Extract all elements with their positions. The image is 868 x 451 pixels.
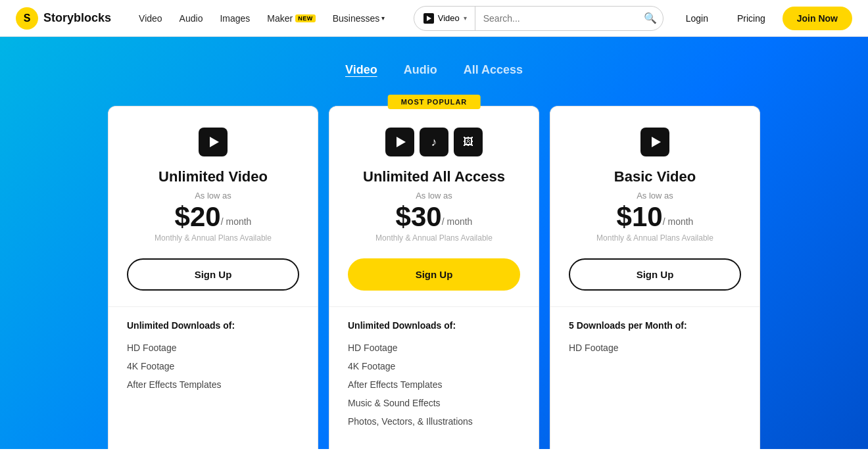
plan-unlimited-video: Unlimited Video As low as $20 / month Mo… xyxy=(108,106,318,449)
maker-new-badge: NEW xyxy=(295,14,316,22)
businesses-chevron-icon: ▾ xyxy=(381,14,385,22)
downloads-title: Unlimited Downloads of: xyxy=(127,320,299,331)
plan-icons xyxy=(569,128,741,156)
video-play-icon xyxy=(385,128,414,156)
login-button[interactable]: Login xyxy=(674,8,720,29)
price-amount: $10 xyxy=(617,203,663,231)
plan-as-low-as: As low as xyxy=(569,191,741,201)
card-divider xyxy=(108,306,318,307)
plan-unlimited-all-access: MOST POPULAR ♪ 🖼 Unlimited All Access As… xyxy=(329,106,539,449)
video-type-icon xyxy=(423,13,434,24)
price-per: / month xyxy=(663,216,694,227)
search-type-select[interactable]: Video ▾ xyxy=(414,7,475,30)
price-amount: $30 xyxy=(396,203,442,231)
plan-price: $20 / month xyxy=(127,203,299,231)
downloads-title: 5 Downloads per Month of: xyxy=(569,320,741,331)
nav-businesses[interactable]: Businesses ▾ xyxy=(326,9,392,28)
search-input[interactable] xyxy=(475,13,638,24)
join-now-button[interactable]: Join Now xyxy=(783,7,852,30)
nav-audio[interactable]: Audio xyxy=(173,9,210,28)
logo[interactable]: S Storyblocks xyxy=(16,7,111,30)
downloads-title: Unlimited Downloads of: xyxy=(348,320,520,331)
price-per: / month xyxy=(221,216,252,227)
list-item: After Effects Templates xyxy=(348,375,520,394)
nav-images[interactable]: Images xyxy=(213,9,256,28)
list-item: HD Footage xyxy=(127,339,299,357)
logo-icon: S xyxy=(16,7,38,30)
plan-price: $30 / month xyxy=(348,203,520,231)
card-divider xyxy=(329,306,539,307)
plan-icons: ♪ 🖼 xyxy=(348,128,520,156)
search-type-chevron-icon: ▾ xyxy=(464,14,467,22)
list-item: 4K Footage xyxy=(127,357,299,375)
hero-section: Video Audio All Access Unlimited Video A… xyxy=(0,37,868,449)
nav-maker[interactable]: Maker NEW xyxy=(260,9,322,28)
plan-price: $10 / month xyxy=(569,203,741,231)
price-amount: $20 xyxy=(175,203,221,231)
plan-title: Unlimited All Access xyxy=(348,168,520,185)
plan-billing: Monthly & Annual Plans Available xyxy=(569,233,741,243)
navbar: S Storyblocks Video Audio Images Maker N… xyxy=(0,0,868,37)
plan-as-low-as: As low as xyxy=(127,191,299,201)
search-bar: Video ▾ 🔍 xyxy=(414,6,663,31)
list-item: Music & Sound Effects xyxy=(348,394,520,412)
list-item: HD Footage xyxy=(569,339,741,357)
pricing-button[interactable]: Pricing xyxy=(725,8,777,29)
nav-video[interactable]: Video xyxy=(132,9,169,28)
signup-button-basic-video[interactable]: Sign Up xyxy=(569,258,741,291)
most-popular-badge: MOST POPULAR xyxy=(388,95,481,109)
tab-audio[interactable]: Audio xyxy=(404,63,437,80)
signup-button-unlimited-video[interactable]: Sign Up xyxy=(127,258,299,291)
image-icon: 🖼 xyxy=(454,128,483,156)
search-button[interactable]: 🔍 xyxy=(638,7,663,30)
plan-billing: Monthly & Annual Plans Available xyxy=(348,233,520,243)
plan-as-low-as: As low as xyxy=(348,191,520,201)
signup-button-all-access[interactable]: Sign Up xyxy=(348,258,520,291)
plan-type-tabs: Video Audio All Access xyxy=(0,63,868,80)
video-play-icon xyxy=(199,128,228,156)
pricing-cards-area: Unlimited Video As low as $20 / month Mo… xyxy=(0,106,868,449)
tab-all-access[interactable]: All Access xyxy=(464,63,523,80)
list-item: After Effects Templates xyxy=(127,375,299,394)
plan-title: Unlimited Video xyxy=(127,168,299,185)
video-play-icon xyxy=(640,128,669,156)
price-per: / month xyxy=(442,216,473,227)
list-item: HD Footage xyxy=(348,339,520,357)
plan-basic-video: Basic Video As low as $10 / month Monthl… xyxy=(550,106,760,449)
music-icon: ♪ xyxy=(420,128,448,156)
logo-text: Storyblocks xyxy=(43,11,111,25)
list-item: 4K Footage xyxy=(348,357,520,375)
plan-title: Basic Video xyxy=(569,168,741,185)
plan-billing: Monthly & Annual Plans Available xyxy=(127,233,299,243)
plan-icons xyxy=(127,128,299,156)
card-divider xyxy=(550,306,760,307)
nav-links: Video Audio Images Maker NEW Businesses … xyxy=(132,9,391,28)
list-item: Photos, Vectors, & Illustrations xyxy=(348,412,520,431)
tab-video[interactable]: Video xyxy=(345,63,377,80)
